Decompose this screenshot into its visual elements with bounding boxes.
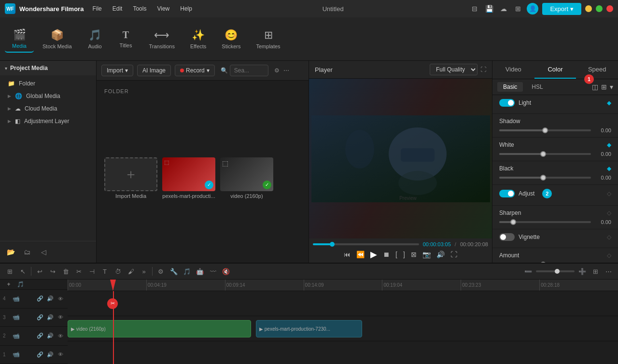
white-diamond-icon[interactable]: ◆: [607, 141, 611, 148]
more-tools-button[interactable]: »: [138, 266, 150, 277]
zoom-in-button[interactable]: ➕: [576, 266, 588, 277]
compare-icon[interactable]: ◫: [592, 83, 598, 91]
video-clip-2[interactable]: ▶ pexels-mart-production-7230...: [256, 320, 362, 337]
track-1-visibility-button[interactable]: 👁: [56, 350, 65, 359]
add-audio-track-button[interactable]: 🎵: [15, 280, 25, 289]
collapse-panel-button[interactable]: ◁: [37, 245, 50, 259]
timer-button[interactable]: ⏱: [112, 266, 124, 277]
track-3-audio-button[interactable]: 🔊: [46, 313, 55, 322]
expand-icon[interactable]: ⛶: [480, 66, 486, 73]
list-item[interactable]: ⬚ ✓ pexels-mart-producti...: [162, 157, 215, 255]
track-4-link-button[interactable]: 🔗: [36, 294, 44, 303]
panel-item-adjustment-layer[interactable]: ▶ ◧ Adjustment Layer: [0, 115, 96, 127]
toolbar-stickers[interactable]: 😊 Stickers: [215, 26, 247, 52]
ai-tools-button[interactable]: 🤖: [194, 266, 206, 277]
light-toggle[interactable]: [499, 99, 515, 107]
user-icon[interactable]: 👤: [527, 3, 538, 14]
play-button[interactable]: ▶: [370, 249, 377, 260]
new-folder-button[interactable]: 🗂: [20, 245, 34, 259]
track-2-audio-button[interactable]: 🔊: [46, 332, 55, 340]
mute-button[interactable]: 🔇: [220, 266, 232, 277]
toolbar-effects[interactable]: ✨ Effects: [183, 26, 213, 52]
redo-button[interactable]: ↪: [47, 266, 58, 277]
menu-help[interactable]: Help: [175, 3, 197, 14]
toolbar-templates[interactable]: ⊞ Templates: [249, 26, 287, 52]
snap-button[interactable]: ⊞: [4, 266, 15, 277]
track-1-link-button[interactable]: 🔗: [36, 350, 44, 359]
select-button[interactable]: ↖: [17, 266, 28, 277]
text-button[interactable]: T: [99, 266, 111, 277]
fullscreen-button[interactable]: ⛶: [450, 251, 457, 258]
undo-button[interactable]: ↩: [34, 266, 45, 277]
more-options-icon[interactable]: ▾: [610, 83, 613, 91]
skip-back-button[interactable]: ⏮: [344, 251, 351, 258]
trim-button[interactable]: ⊣: [86, 266, 98, 277]
menu-file[interactable]: File: [87, 3, 106, 14]
toolbar-media[interactable]: 🎬 Media: [5, 26, 34, 53]
track-3-link-button[interactable]: 🔗: [36, 313, 44, 322]
add-folder-button[interactable]: 📂: [4, 245, 17, 259]
search-input[interactable]: [230, 65, 268, 76]
ai-image-button[interactable]: AI Image: [137, 65, 171, 76]
zoom-slider[interactable]: [536, 270, 575, 272]
mark-out-button[interactable]: ]: [403, 251, 405, 258]
zoom-out-button[interactable]: ➖: [522, 266, 534, 277]
layout-icon[interactable]: ⊟: [469, 3, 480, 14]
track-4-audio-button[interactable]: 🔊: [46, 294, 55, 303]
close-button[interactable]: [606, 5, 613, 12]
cloud-icon[interactable]: ☁: [498, 3, 509, 14]
mark-in-button[interactable]: [: [395, 251, 397, 258]
settings-button[interactable]: ⚙: [155, 266, 167, 277]
paint-button[interactable]: 🖌: [125, 266, 137, 277]
white-slider[interactable]: [499, 153, 591, 155]
menu-tools[interactable]: Tools: [128, 3, 151, 14]
panel-item-folder[interactable]: 📁 Folder: [0, 77, 96, 90]
black-slider[interactable]: [499, 177, 591, 179]
track-1-audio-button[interactable]: 🔊: [46, 350, 55, 359]
list-item[interactable]: ＋ Import Media: [104, 157, 157, 255]
split-view-icon[interactable]: ⊞: [601, 83, 607, 91]
filter-icon[interactable]: ⚙: [274, 67, 280, 74]
panel-item-cloud-media[interactable]: ▶ ☁ Cloud Media: [0, 102, 96, 115]
list-item[interactable]: ⬚ ✓ video (2160p): [220, 157, 273, 255]
step-back-button[interactable]: ⏪: [356, 251, 365, 258]
cut-button[interactable]: ✂: [73, 266, 84, 277]
delete-button[interactable]: 🗑: [60, 266, 71, 277]
video-clip-1[interactable]: ▶ video (2160p): [68, 320, 251, 337]
sharpen-slider[interactable]: [499, 221, 591, 223]
clip-settings-button[interactable]: 🔧: [168, 266, 180, 277]
record-button[interactable]: Record ▾: [175, 65, 215, 76]
quality-select[interactable]: Full Quality: [430, 64, 478, 75]
more-icon[interactable]: ⋯: [283, 67, 289, 74]
adjust-toggle[interactable]: [499, 190, 515, 197]
vignette-diamond-icon[interactable]: ◇: [607, 234, 611, 240]
menu-view[interactable]: View: [152, 3, 174, 14]
project-media-header[interactable]: ▾ Project Media: [0, 61, 96, 75]
maximize-button[interactable]: [596, 5, 603, 12]
save-icon[interactable]: 💾: [483, 3, 495, 14]
subtab-basic[interactable]: Basic: [497, 82, 523, 92]
light-diamond-icon[interactable]: ◆: [607, 99, 611, 106]
snapshot-button[interactable]: 📷: [422, 251, 431, 258]
export-button[interactable]: Export ▾: [542, 3, 581, 15]
amount-diamond-icon[interactable]: ◇: [607, 252, 611, 259]
grid-view-button[interactable]: ⊞: [590, 266, 601, 277]
vignette-toggle[interactable]: [499, 233, 515, 241]
track-3-visibility-button[interactable]: 👁: [56, 313, 65, 322]
grid-icon[interactable]: ⊞: [512, 3, 524, 14]
motion-button[interactable]: 〰: [207, 266, 219, 277]
toolbar-transitions[interactable]: ⟷ Transitions: [142, 26, 182, 52]
sharpen-diamond-icon[interactable]: ◇: [607, 210, 611, 216]
overlay-button[interactable]: ⊠: [411, 251, 417, 258]
progress-bar[interactable]: [313, 243, 419, 245]
overflow-button[interactable]: ⋯: [603, 266, 614, 277]
tab-speed[interactable]: Speed: [576, 61, 618, 79]
track-2-link-button[interactable]: 🔗: [36, 332, 44, 340]
toolbar-titles[interactable]: T Titles: [112, 27, 140, 51]
track-4-visibility-button[interactable]: 👁: [56, 294, 65, 303]
tab-video[interactable]: Video: [492, 61, 534, 79]
subtab-hsl[interactable]: HSL: [526, 82, 548, 92]
toolbar-audio[interactable]: 🎵 Audio: [81, 26, 110, 52]
minimize-button[interactable]: [585, 5, 592, 12]
audio-button[interactable]: 🔊: [436, 251, 445, 258]
